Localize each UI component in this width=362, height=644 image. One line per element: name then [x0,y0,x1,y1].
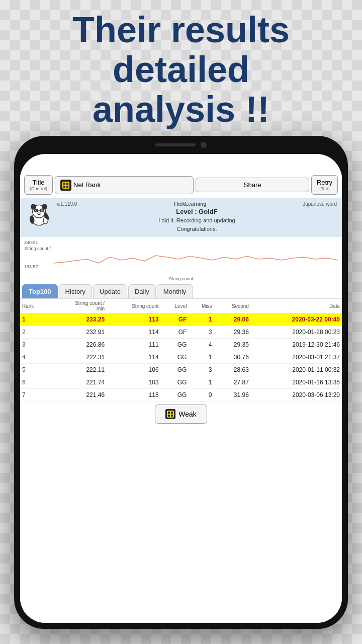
net-rank-icon [60,180,71,191]
level-label: Level : GoldF [57,208,337,215]
svg-rect-21 [171,412,173,414]
cell-second: 29.06 [214,313,250,326]
cell-rank: 2 [20,326,48,339]
cell-date: 2020-03-01 21:37 [251,351,342,364]
cell-spm: 221.74 [48,376,107,389]
cell-count: 114 [107,326,160,339]
rankings-table-container: Rank String count /min String count Leve… [20,299,342,427]
chart-x-label: String count [169,276,193,281]
col-rank: Rank [20,299,48,313]
cell-count: 113 [107,313,160,326]
cell-spm: 226.86 [48,339,107,351]
cell-date: 2020-01-28 00:23 [251,326,342,339]
title-button[interactable]: Title (Control) [24,175,53,195]
cell-miss: 1 [189,376,214,389]
col-date: Date [251,299,342,313]
cell-miss: 4 [189,339,214,351]
svg-point-15 [38,212,41,214]
cell-rank: 6 [20,376,48,389]
cell-level: GF [161,326,189,339]
svg-rect-22 [168,415,170,417]
cell-rank: 1 [20,313,48,326]
col-miss: Miss [189,299,214,313]
jp-word-label: Japanese word [303,201,337,207]
cell-date: 2019-12-30 21:46 [251,339,342,351]
table-row: 6221.74103GG127.872020-01-16 13:35 [20,376,342,389]
cell-miss: 1 [189,313,214,326]
weak-button[interactable]: Weak [155,405,207,424]
cell-spm: 222.11 [48,364,107,376]
col-spm: String count /min [48,299,107,313]
rankings-table: Rank String count /min String count Leve… [20,299,342,401]
headline-line2: detailed [113,49,249,90]
share-button[interactable]: Share [196,178,309,192]
cell-count: 111 [107,339,160,351]
cell-level: GG [161,376,189,389]
weak-label: Weak [178,410,197,418]
cell-second: 30.76 [214,351,250,364]
col-level: Level [161,299,189,313]
chart-y-max: 340.91 [24,240,38,245]
share-label: Share [244,181,261,189]
cell-rank: 5 [20,364,48,376]
retry-sub: (Tab) [317,186,332,191]
phone-frame: Title (Control) Net Rank Share Retry (Ta… [14,136,348,629]
svg-rect-3 [63,186,65,188]
cell-count: 106 [107,364,160,376]
table-row: 4222.31114GG130.762020-03-01 21:37 [20,351,342,364]
net-rank-label: Net Rank [73,181,101,189]
headline: Their results detailed analysis !! [0,10,362,130]
cell-second: 28.63 [214,364,250,376]
tab-monthly[interactable]: Monthly [157,284,193,298]
cell-count: 114 [107,351,160,364]
cell-miss: 3 [189,364,214,376]
svg-point-14 [42,210,43,211]
phone-screen: Title (Control) Net Rank Share Retry (Ta… [20,154,342,623]
notch-camera [201,142,207,148]
chart-y-min: 138.57 [24,264,38,269]
cell-second: 31.96 [214,389,250,401]
toolbar: Title (Control) Net Rank Share Retry (Ta… [20,172,342,198]
col-second: Second [214,299,250,313]
tab-history[interactable]: History [59,284,92,298]
cell-date: 2020-01-11 00:32 [251,364,342,376]
cell-miss: 0 [189,389,214,401]
cell-second: 27.87 [214,376,250,389]
chart-svg [53,238,338,276]
col-string-count: String count [107,299,160,313]
weak-icon [165,409,175,419]
app-name-label: FlickLearning [173,201,206,207]
svg-rect-1 [63,183,65,185]
tab-daily[interactable]: Daily [128,284,156,298]
panda-avatar [25,201,53,229]
congrats-text: I did it. Recording and updatingCongratu… [57,216,337,233]
svg-rect-20 [168,412,170,414]
chart-y-label: String count / [24,246,51,251]
version-label: v.1.119.0 [57,201,77,207]
cell-date: 2020-01-16 13:35 [251,376,342,389]
net-rank-button[interactable]: Net Rank [55,176,194,194]
table-row: 1233.25113GF129.062020-03-22 00:45 [20,313,342,326]
svg-point-7 [31,204,36,210]
retry-label: Retry [317,179,332,186]
tab-update[interactable]: Update [93,284,127,298]
tabs-container: Top100 History Update Daily Monthly [20,282,342,299]
title-sub: (Control) [30,186,47,191]
cell-miss: 1 [189,351,214,364]
cell-count: 118 [107,389,160,401]
table-row: 5222.11106GG328.632020-01-11 00:32 [20,364,342,376]
cell-spm: 221.46 [48,389,107,401]
headline-line3: analysis !! [93,89,269,129]
app-content: Title (Control) Net Rank Share Retry (Ta… [20,172,342,623]
cell-miss: 3 [189,326,214,339]
cell-level: GG [161,351,189,364]
headline-line1: Their results [72,10,290,50]
cell-level: GG [161,339,189,351]
retry-button[interactable]: Retry (Tab) [311,175,338,195]
tab-top100[interactable]: Top100 [22,284,58,298]
cell-level: GF [161,313,189,326]
cell-level: GG [161,364,189,376]
cell-second: 29.36 [214,326,250,339]
info-text-block: v.1.119.0 FlickLearning Japanese word Le… [57,201,337,233]
info-bar: v.1.119.0 FlickLearning Japanese word Le… [20,198,342,237]
